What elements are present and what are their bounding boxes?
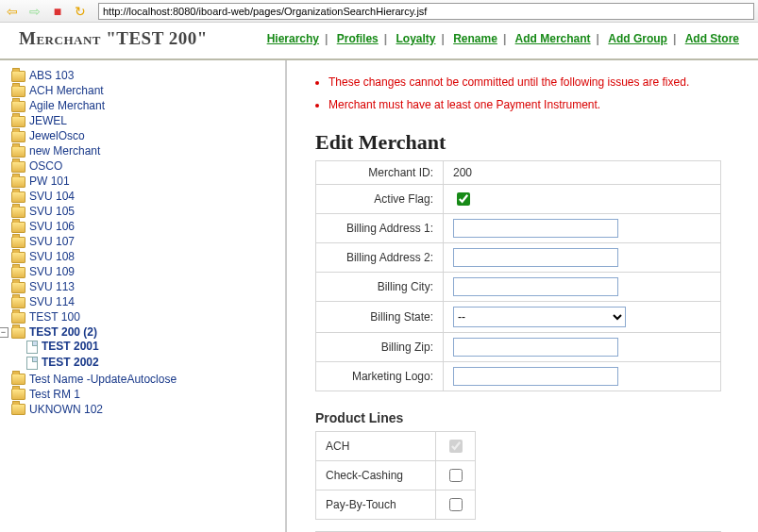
- url-input[interactable]: [98, 3, 754, 20]
- tree-item[interactable]: new Merchant: [29, 144, 100, 158]
- folder-icon: [11, 312, 25, 324]
- billing-addr1-input[interactable]: [453, 219, 618, 238]
- folder-icon: [11, 176, 25, 188]
- tree-item-selected[interactable]: TEST 200 (2): [29, 325, 97, 339]
- folder-icon: [11, 222, 25, 233]
- folder-icon: [11, 207, 25, 218]
- tree-item[interactable]: SVU 113: [29, 280, 75, 293]
- product-line-label: Pay-By-Touch: [316, 490, 436, 520]
- product-line-pay-by-touch-checkbox[interactable]: [449, 498, 463, 511]
- nav-loyalty[interactable]: Loyalty: [396, 32, 435, 45]
- folder-icon: [11, 267, 25, 278]
- tree-item[interactable]: OSCO: [29, 159, 62, 173]
- nav-add-group[interactable]: Add Group: [608, 32, 667, 45]
- tree-collapse-icon[interactable]: −: [0, 327, 8, 338]
- file-icon: [26, 357, 38, 370]
- folder-icon: [11, 237, 25, 248]
- header-nav: Hierarchy| Profiles| Loyalty| Rename| Ad…: [267, 32, 739, 45]
- back-icon[interactable]: ⇦: [4, 3, 21, 20]
- tree-item[interactable]: TEST 100: [29, 310, 80, 324]
- nav-add-merchant[interactable]: Add Merchant: [515, 32, 591, 45]
- error-message: These changes cannot be committed until …: [328, 75, 741, 89]
- error-message: Merchant must have at least one Payment …: [328, 98, 741, 111]
- active-flag-checkbox[interactable]: [457, 192, 470, 206]
- org-tree: ABS 103 ACH Merchant Agile Merchant JEWE…: [0, 60, 287, 532]
- error-list: These changes cannot be committed until …: [328, 75, 741, 111]
- billing-state-label: Billing State:: [316, 302, 444, 333]
- billing-city-input[interactable]: [453, 277, 618, 296]
- folder-icon: [11, 86, 25, 97]
- billing-zip-input[interactable]: [453, 338, 618, 357]
- billing-addr1-label: Billing Address 1:: [316, 214, 444, 243]
- tree-item[interactable]: SVU 109: [29, 265, 75, 278]
- folder-icon: [11, 389, 25, 400]
- folder-icon: [11, 297, 25, 308]
- folder-icon: [11, 282, 25, 293]
- tree-item[interactable]: SVU 108: [29, 250, 75, 263]
- reload-icon[interactable]: ↻: [72, 3, 89, 20]
- billing-state-select[interactable]: --: [453, 307, 626, 327]
- tree-item[interactable]: Test RM 1: [29, 388, 80, 401]
- folder-icon: [11, 161, 25, 173]
- tree-item[interactable]: SVU 106: [29, 220, 75, 233]
- tree-item[interactable]: ABS 103: [29, 69, 74, 82]
- tree-item[interactable]: Test Name -UpdateAutoclose: [29, 373, 177, 386]
- stop-icon[interactable]: ■: [49, 3, 66, 20]
- billing-addr2-label: Billing Address 2:: [316, 243, 444, 273]
- tree-item[interactable]: SVU 105: [29, 205, 75, 218]
- nav-rename[interactable]: Rename: [453, 32, 497, 45]
- product-lines-table: ACH Check-Cashing Pay-By-Touch: [315, 431, 476, 520]
- tree-item[interactable]: SVU 104: [29, 190, 75, 203]
- active-flag-label: Active Flag:: [316, 185, 444, 214]
- tree-item[interactable]: UKNOWN 102: [29, 403, 103, 416]
- marketing-logo-input[interactable]: [453, 367, 618, 386]
- tree-item[interactable]: TEST 2001: [42, 340, 99, 353]
- product-line-check-cashing-checkbox[interactable]: [449, 469, 463, 482]
- billing-zip-label: Billing Zip:: [316, 333, 444, 362]
- page-header: Merchant "TEST 200" Hierarchy| Profiles|…: [0, 23, 758, 60]
- marketing-logo-label: Marketing Logo:: [316, 362, 444, 391]
- nav-profiles[interactable]: Profiles: [337, 32, 379, 45]
- folder-icon: [11, 327, 25, 339]
- tree-item[interactable]: JewelOsco: [29, 129, 85, 142]
- tree-item[interactable]: ACH Merchant: [29, 84, 104, 97]
- nav-add-store[interactable]: Add Store: [685, 32, 739, 45]
- billing-city-label: Billing City:: [316, 273, 444, 302]
- merchant-id-value: 200: [444, 161, 721, 185]
- file-icon: [26, 341, 38, 354]
- tree-item[interactable]: JEWEL: [29, 114, 67, 127]
- product-line-label: ACH: [316, 432, 436, 461]
- forward-icon[interactable]: ⇨: [26, 3, 43, 20]
- product-lines-title: Product Lines: [315, 410, 741, 425]
- edit-merchant-form: Merchant ID: 200 Active Flag: Billing Ad…: [315, 160, 721, 391]
- folder-icon: [11, 101, 25, 112]
- product-line-ach-checkbox: [449, 440, 463, 453]
- folder-icon: [11, 116, 25, 127]
- folder-icon: [11, 374, 25, 385]
- folder-icon: [11, 191, 25, 203]
- folder-icon: [11, 404, 25, 415]
- folder-icon: [11, 131, 25, 142]
- merchant-id-label: Merchant ID:: [316, 161, 444, 185]
- folder-icon: [11, 146, 25, 158]
- main-content: These changes cannot be committed until …: [287, 60, 758, 532]
- tree-item[interactable]: SVU 107: [29, 235, 75, 248]
- edit-merchant-title: Edit Merchant: [315, 130, 741, 155]
- tree-item[interactable]: TEST 2002: [42, 356, 99, 369]
- billing-addr2-input[interactable]: [453, 248, 618, 267]
- product-line-label: Check-Cashing: [316, 461, 436, 490]
- nav-hierarchy[interactable]: Hierarchy: [267, 32, 319, 45]
- folder-icon: [11, 71, 25, 82]
- tree-item[interactable]: PW 101: [29, 175, 70, 188]
- folder-icon: [11, 252, 25, 263]
- browser-toolbar: ⇦ ⇨ ■ ↻: [0, 0, 758, 23]
- page-title: Merchant "TEST 200": [19, 28, 208, 49]
- tree-item[interactable]: Agile Merchant: [29, 99, 105, 112]
- tree-item[interactable]: SVU 114: [29, 295, 75, 308]
